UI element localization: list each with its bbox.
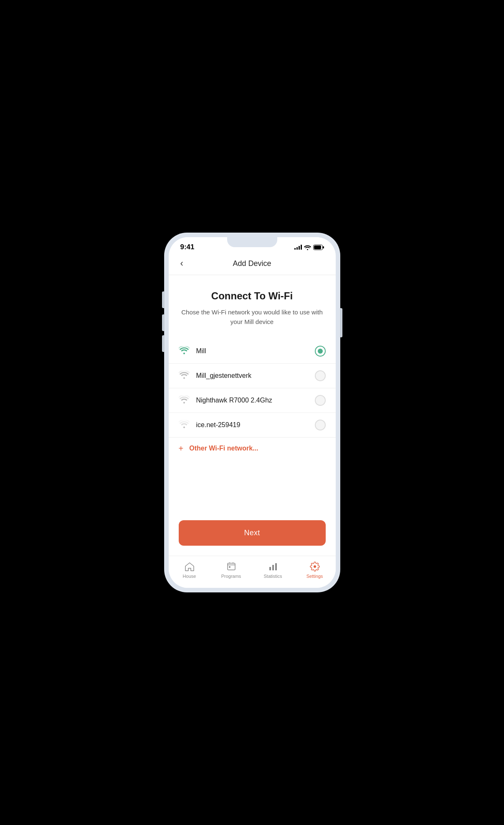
programs-icon — [226, 561, 237, 572]
wifi-radio-button[interactable] — [315, 420, 326, 430]
heading-description: Chose the Wi-Fi network you would like t… — [181, 308, 323, 326]
wifi-network-item[interactable]: Mill — [169, 339, 336, 364]
page-title: Add Device — [233, 259, 271, 268]
next-button-container: Next — [169, 512, 336, 556]
heading-title: Connect To Wi-Fi — [181, 290, 323, 302]
status-icons — [294, 245, 324, 250]
house-icon — [184, 561, 195, 572]
content-area: Connect To Wi-Fi Chose the Wi-Fi network… — [169, 275, 336, 556]
svg-rect-3 — [228, 563, 235, 570]
svg-rect-9 — [272, 565, 274, 570]
wifi-signal-icon — [179, 371, 190, 381]
signal-strength-icon — [294, 245, 302, 250]
back-button[interactable]: ‹ — [177, 257, 187, 270]
other-wifi-label: Other Wi-Fi network... — [189, 445, 325, 452]
page-heading: Connect To Wi-Fi Chose the Wi-Fi network… — [169, 275, 336, 335]
svg-rect-8 — [269, 567, 271, 570]
battery-icon — [313, 245, 324, 250]
wifi-radio-button[interactable] — [315, 395, 326, 406]
wifi-status-icon — [304, 245, 311, 250]
svg-rect-2 — [314, 245, 321, 249]
svg-point-11 — [314, 565, 316, 568]
wifi-network-item[interactable]: ice.net-259419 — [169, 413, 336, 438]
wifi-radio-button[interactable] — [315, 346, 326, 357]
wifi-network-name: ice.net-259419 — [196, 421, 315, 429]
tab-programs[interactable]: Programs — [210, 559, 252, 580]
status-time: 9:41 — [180, 243, 195, 251]
wifi-network-name: Mill — [196, 347, 315, 355]
statistics-icon — [268, 561, 279, 572]
wifi-signal-icon — [179, 346, 190, 356]
nav-header: ‹ Add Device — [169, 254, 336, 275]
svg-rect-1 — [323, 246, 324, 248]
notch — [227, 237, 277, 247]
wifi-radio-button[interactable] — [315, 370, 326, 381]
tab-bar: House Programs — [169, 556, 336, 588]
wifi-network-item[interactable]: Nighthawk R7000 2.4Ghz — [169, 388, 336, 413]
wifi-network-item[interactable]: Mill_gjestenettverk — [169, 364, 336, 388]
tab-settings[interactable]: Settings — [294, 559, 336, 580]
wifi-network-name: Mill_gjestenettverk — [196, 372, 315, 380]
tab-statistics-label: Statistics — [263, 574, 282, 579]
other-wifi-item[interactable]: + Other Wi-Fi network... — [169, 438, 336, 459]
wifi-signal-icon — [179, 395, 190, 405]
add-network-icon: + — [179, 444, 184, 453]
phone-screen: 9:41 — [169, 237, 336, 588]
tab-programs-label: Programs — [221, 574, 241, 579]
next-button[interactable]: Next — [179, 520, 326, 546]
tab-settings-label: Settings — [306, 574, 323, 579]
tab-statistics[interactable]: Statistics — [252, 559, 294, 580]
svg-rect-10 — [275, 563, 277, 570]
phone-frame: 9:41 — [165, 233, 340, 592]
settings-icon — [309, 561, 320, 572]
tab-house-label: House — [183, 574, 196, 579]
wifi-signal-icon — [179, 420, 190, 430]
wifi-network-name: Nighthawk R7000 2.4Ghz — [196, 397, 315, 404]
wifi-network-list: Mill Mill_gjestenettverk — [169, 335, 336, 463]
spacer — [169, 463, 336, 512]
svg-point-4 — [229, 566, 230, 568]
tab-house[interactable]: House — [169, 559, 210, 580]
